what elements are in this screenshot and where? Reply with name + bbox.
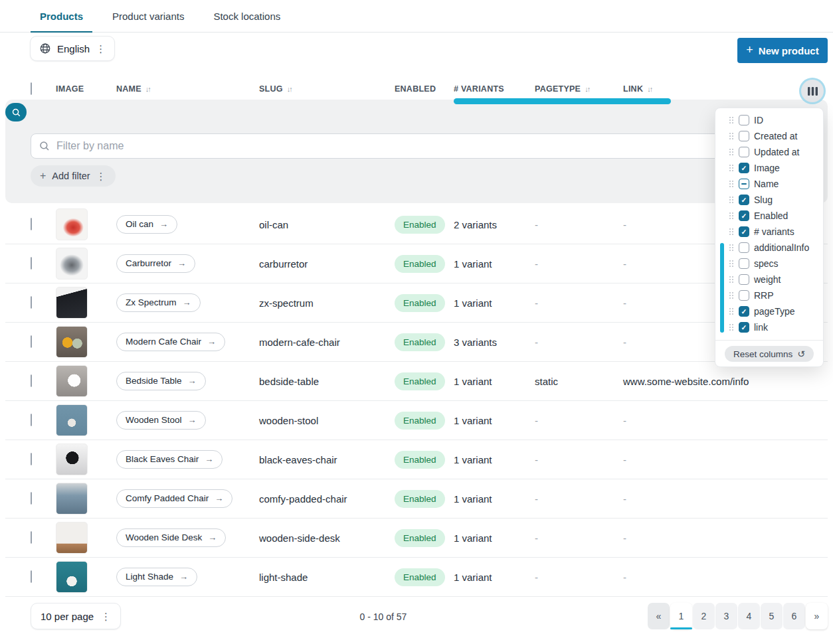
column-picker-item-enabled[interactable]: Enabled bbox=[715, 208, 823, 224]
product-name-chip[interactable]: Zx Spectrum→ bbox=[116, 293, 201, 312]
kebab-icon[interactable]: ⋮ bbox=[96, 44, 106, 54]
row-checkbox[interactable] bbox=[31, 453, 32, 465]
column-header-link[interactable]: LINK↓↑ bbox=[623, 84, 828, 94]
column-picker-item-variants[interactable]: # variants bbox=[715, 224, 823, 240]
drag-handle-icon[interactable] bbox=[729, 324, 734, 331]
page-button-6[interactable]: 6 bbox=[783, 603, 805, 629]
column-picker-item-created-at[interactable]: Created at bbox=[715, 128, 823, 144]
row-checkbox[interactable] bbox=[31, 218, 32, 230]
new-product-button[interactable]: + New product bbox=[737, 38, 828, 63]
column-picker-item-name[interactable]: Name bbox=[715, 176, 823, 192]
drag-handle-icon[interactable] bbox=[729, 149, 734, 156]
tab-stock-locations[interactable]: Stock locations bbox=[213, 0, 280, 32]
product-name-chip[interactable]: Wooden Stool→ bbox=[116, 411, 206, 430]
product-name-chip[interactable]: Black Eaves Chair→ bbox=[116, 450, 223, 469]
product-name-chip[interactable]: Bedside Table→ bbox=[116, 372, 206, 390]
checkbox-unchecked[interactable] bbox=[739, 242, 749, 253]
drag-handle-icon[interactable] bbox=[729, 117, 734, 124]
enabled-cell: Enabled bbox=[395, 255, 454, 273]
drag-handle-icon[interactable] bbox=[729, 133, 734, 140]
column-picker-item-additionalinfo[interactable]: additionalInfo bbox=[715, 240, 823, 256]
drag-handle-icon[interactable] bbox=[729, 212, 734, 220]
checkbox-unchecked[interactable] bbox=[739, 147, 749, 157]
checkbox-checked[interactable] bbox=[739, 306, 749, 317]
sort-icon[interactable]: ↓↑ bbox=[287, 85, 292, 93]
table-row: Comfy Padded Chair→comfy-padded-chairEna… bbox=[5, 479, 828, 519]
checkbox-unchecked[interactable] bbox=[739, 131, 749, 141]
column-header-name[interactable]: NAME↓↑ bbox=[116, 84, 259, 94]
product-name-chip[interactable]: Oil can→ bbox=[116, 215, 177, 234]
tab-product-variants[interactable]: Product variants bbox=[112, 0, 184, 32]
column-picker-item-id[interactable]: ID bbox=[715, 112, 823, 128]
column-picker-item-link[interactable]: link bbox=[715, 319, 823, 335]
product-name-label: Light Shade bbox=[126, 572, 173, 582]
checkbox-unchecked[interactable] bbox=[739, 290, 749, 301]
product-name-label: Comfy Padded Chair bbox=[126, 493, 209, 503]
row-checkbox[interactable] bbox=[31, 570, 32, 583]
checkbox-unchecked[interactable] bbox=[739, 274, 749, 285]
table-row: Bedside Table→bedside-tableEnabled1 vari… bbox=[5, 362, 828, 401]
kebab-icon[interactable]: ⋮ bbox=[96, 171, 106, 181]
product-name-chip[interactable]: Light Shade→ bbox=[116, 568, 197, 586]
drag-handle-icon[interactable] bbox=[729, 228, 734, 236]
column-picker-items: IDCreated atUpdated atImageNameSlugEnabl… bbox=[715, 112, 823, 335]
product-name-chip[interactable]: Wooden Side Desk→ bbox=[116, 528, 226, 547]
language-selector-button[interactable]: English ⋮ bbox=[30, 36, 115, 61]
dropdown-scrollbar[interactable] bbox=[720, 243, 724, 333]
drag-handle-icon[interactable] bbox=[729, 292, 734, 299]
column-header-pagetype[interactable]: PAGETYPE↓↑ bbox=[535, 84, 623, 94]
drag-handle-icon[interactable] bbox=[729, 244, 734, 252]
row-checkbox[interactable] bbox=[31, 414, 32, 426]
add-filter-button[interactable]: + Add filter ⋮ bbox=[31, 165, 116, 187]
column-picker-item-image[interactable]: Image bbox=[715, 160, 823, 176]
checkbox-unchecked[interactable] bbox=[739, 115, 749, 125]
row-checkbox-cell bbox=[31, 218, 56, 230]
sort-icon[interactable]: ↓↑ bbox=[585, 85, 589, 93]
column-header-enabled: ENABLED bbox=[395, 84, 454, 94]
column-picker-item-slug[interactable]: Slug bbox=[715, 192, 823, 208]
checkbox-checked[interactable] bbox=[739, 210, 749, 221]
row-checkbox[interactable] bbox=[31, 335, 32, 348]
checkbox-checked[interactable] bbox=[739, 195, 749, 205]
page-button-5[interactable]: 5 bbox=[761, 603, 783, 629]
drag-handle-icon[interactable] bbox=[729, 276, 734, 283]
checkbox-checked[interactable] bbox=[739, 322, 749, 333]
page-button-3[interactable]: 3 bbox=[715, 603, 737, 629]
row-checkbox[interactable] bbox=[31, 257, 32, 270]
column-picker-item-weight[interactable]: weight bbox=[715, 272, 823, 287]
tab-products[interactable]: Products bbox=[40, 0, 83, 32]
drag-handle-icon[interactable] bbox=[729, 197, 734, 204]
product-name-chip[interactable]: Modern Cafe Chair→ bbox=[116, 333, 225, 351]
sort-icon[interactable]: ↓↑ bbox=[145, 85, 150, 93]
drag-handle-icon[interactable] bbox=[729, 308, 734, 315]
column-picker-item-specs[interactable]: specs bbox=[715, 256, 823, 272]
drag-handle-icon[interactable] bbox=[729, 181, 734, 188]
page-button-2[interactable]: 2 bbox=[693, 603, 715, 629]
select-all-checkbox[interactable] bbox=[31, 82, 32, 95]
column-picker-item-rrp[interactable]: RRP bbox=[715, 287, 823, 303]
column-picker-item-updated-at[interactable]: Updated at bbox=[715, 144, 823, 160]
column-picker-button[interactable] bbox=[801, 80, 824, 102]
row-checkbox[interactable] bbox=[31, 492, 32, 505]
checkbox-checked[interactable] bbox=[739, 226, 749, 237]
search-toggle-tab[interactable] bbox=[5, 103, 27, 121]
page-next-button[interactable]: » bbox=[806, 603, 828, 629]
drag-handle-icon[interactable] bbox=[729, 165, 734, 172]
sort-icon[interactable]: ↓↑ bbox=[647, 85, 652, 93]
checkbox-unchecked[interactable] bbox=[739, 258, 749, 269]
checkbox-indeterminate[interactable] bbox=[739, 179, 749, 189]
page-prev-button[interactable]: « bbox=[648, 603, 670, 629]
page-button-4[interactable]: 4 bbox=[738, 603, 760, 629]
filter-by-name-input[interactable] bbox=[31, 133, 824, 159]
page-button-1[interactable]: 1 bbox=[670, 603, 692, 629]
drag-handle-icon[interactable] bbox=[729, 260, 734, 268]
row-checkbox[interactable] bbox=[31, 374, 32, 387]
reset-columns-button[interactable]: Reset columns ↺ bbox=[725, 346, 814, 362]
row-checkbox[interactable] bbox=[31, 531, 32, 544]
checkbox-checked[interactable] bbox=[739, 163, 749, 173]
product-name-chip[interactable]: Comfy Padded Chair→ bbox=[116, 489, 232, 508]
product-name-chip[interactable]: Carburretor→ bbox=[116, 254, 195, 273]
row-checkbox[interactable] bbox=[31, 296, 32, 309]
column-header-slug[interactable]: SLUG↓↑ bbox=[259, 84, 395, 94]
column-picker-item-pagetype[interactable]: pageType bbox=[715, 303, 823, 319]
